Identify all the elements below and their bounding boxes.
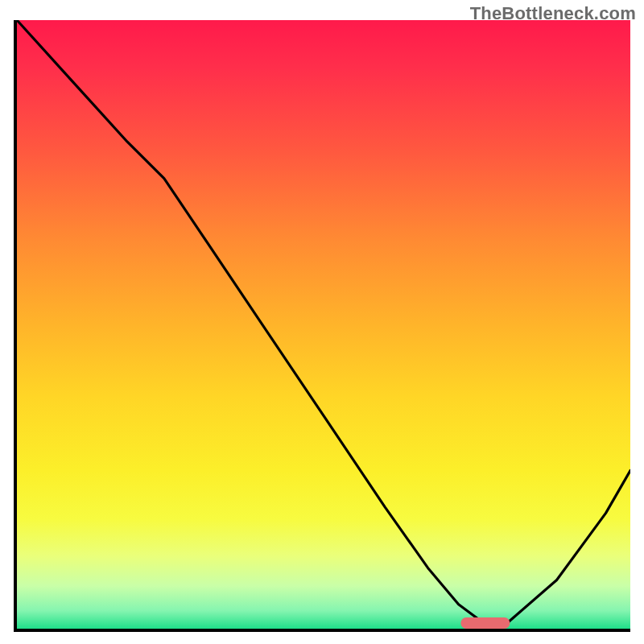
- watermark-text: TheBottleneck.com: [470, 3, 636, 24]
- optimal-range-marker: [461, 617, 510, 629]
- chart-plot-area: [14, 20, 630, 632]
- heat-gradient-background: [17, 20, 630, 629]
